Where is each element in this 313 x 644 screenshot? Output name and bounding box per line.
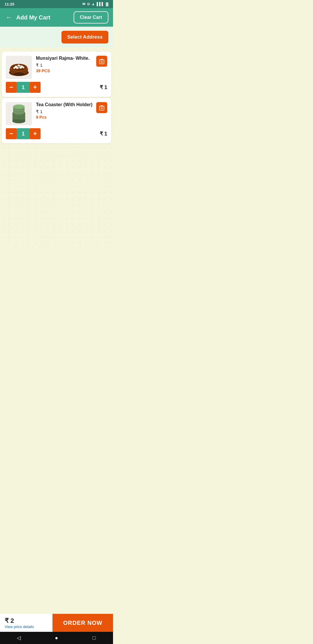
quantity-display-coaster: 1 [17,128,30,139]
decrement-coaster-button[interactable]: − [6,128,17,139]
empty-area [0,144,113,246]
cart-item-coaster: Tea Coaster (With Holder) ₹ 1 9 Pcs − 1 … [2,98,111,143]
decrement-rajma-button[interactable]: − [6,82,17,93]
increment-coaster-button[interactable]: + [30,128,41,139]
delete-item-2-button[interactable] [96,102,107,113]
page-title: Add My Cart [16,14,74,21]
item-total-rajma: ₹ 1 [100,84,107,91]
coaster-image [7,103,30,124]
email-status-icon: ✉ [82,2,85,6]
cart-item-bottom-rajma: − 1 + ₹ 1 [6,82,107,93]
cart-item-top-coaster: Tea Coaster (With Holder) ₹ 1 9 Pcs [6,102,107,125]
cart-item-bottom-coaster: − 1 + ₹ 1 [6,128,107,139]
quantity-control-coaster: − 1 + [6,128,41,139]
address-bar: Select Address [0,27,113,48]
delete-item-1-button[interactable] [96,56,107,67]
select-address-button[interactable]: Select Address [61,31,108,44]
record-status-icon: ⊙ [87,2,90,6]
quantity-display-rajma: 1 [17,82,30,93]
battery-icon: ▓ [106,2,108,6]
svg-rect-33 [12,120,25,122]
wifi-icon: ▲ [92,2,95,6]
rajma-image [7,57,30,78]
quantity-control-rajma: − 1 + [6,82,41,93]
product-stock-coaster: 9 Pcs [36,115,107,120]
status-icons: ✉ ⊙ ▲ ▌▌▌ ▓ [82,2,108,6]
cart-item: Munsiyari Rajma- White. ₹ 1 39 PCS − 1 +… [2,52,111,97]
status-time: 11:25 [5,2,14,6]
clear-cart-button[interactable]: Clear Cart [74,11,108,23]
cart-item-top: Munsiyari Rajma- White. ₹ 1 39 PCS [6,56,107,79]
status-bar: 11:25 ✉ ⊙ ▲ ▌▌▌ ▓ [0,0,113,8]
product-image-rajma [6,56,32,79]
increment-rajma-button[interactable]: + [30,82,41,93]
cart-items-list: Munsiyari Rajma- White. ₹ 1 39 PCS − 1 +… [0,52,113,143]
back-button[interactable]: ← [5,12,13,22]
trash-icon [99,58,104,64]
product-stock-rajma: 39 PCS [36,68,107,73]
item-total-coaster: ₹ 1 [100,131,107,137]
trash-icon-2 [99,105,104,111]
product-image-coaster [6,102,32,125]
header: ← Add My Cart Clear Cart [0,8,113,27]
svg-point-16 [13,73,25,76]
signal-icon: ▌▌▌ [97,2,104,6]
cart-area: Munsiyari Rajma- White. ₹ 1 39 PCS − 1 +… [0,48,113,249]
